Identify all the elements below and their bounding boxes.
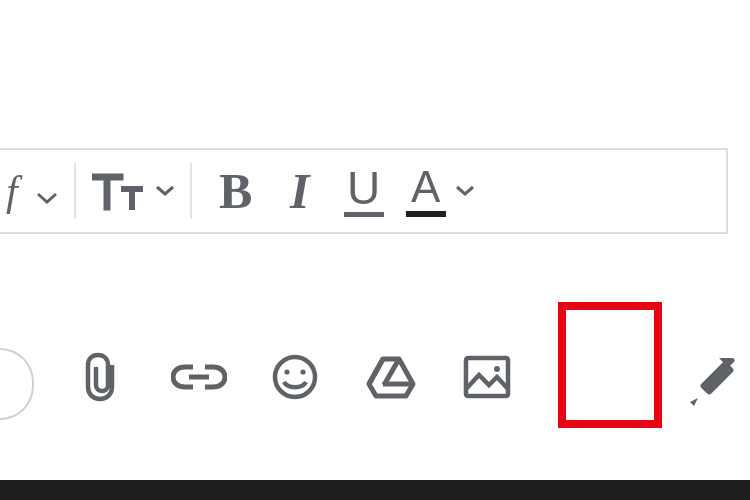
pen-icon [684, 358, 738, 412]
footer-bar [0, 480, 750, 500]
underline-icon: U [344, 165, 384, 217]
compose-action-row [0, 320, 750, 430]
svg-point-5 [494, 366, 500, 372]
font-size-button[interactable] [88, 167, 178, 215]
svg-rect-4 [466, 358, 508, 396]
link-icon [171, 361, 227, 393]
italic-button[interactable]: I [268, 159, 332, 223]
font-group: f [0, 150, 62, 232]
toolbar-divider [190, 163, 192, 219]
svg-point-1 [275, 357, 315, 397]
insert-drive-button[interactable] [352, 338, 430, 416]
chevron-down-icon [36, 191, 58, 205]
send-button-edge[interactable] [0, 348, 34, 420]
formatting-toolbar: f B I U A [0, 148, 728, 234]
bold-button[interactable]: B [204, 159, 268, 223]
drive-icon [366, 354, 416, 400]
image-icon [463, 355, 511, 399]
bold-icon: B [219, 162, 252, 220]
font-family-label: f [6, 167, 18, 215]
compose-icons [64, 338, 526, 416]
chevron-down-icon [456, 185, 474, 197]
text-size-icon [92, 167, 150, 215]
underline-button[interactable]: U [332, 159, 396, 223]
insert-signature-button[interactable] [672, 346, 750, 424]
paperclip-icon [82, 351, 124, 403]
svg-point-3 [300, 369, 305, 374]
insert-photo-button[interactable] [448, 338, 526, 416]
text-color-icon: A [406, 165, 446, 217]
text-color-button[interactable]: A [406, 165, 482, 217]
attach-file-button[interactable] [64, 338, 142, 416]
smiley-icon [271, 353, 319, 401]
toolbar-divider [74, 163, 76, 219]
insert-link-button[interactable] [160, 338, 238, 416]
chevron-down-icon [156, 185, 174, 197]
insert-emoji-button[interactable] [256, 338, 334, 416]
italic-icon: I [290, 162, 309, 220]
svg-point-2 [284, 369, 289, 374]
font-family-button[interactable]: f [6, 167, 62, 215]
